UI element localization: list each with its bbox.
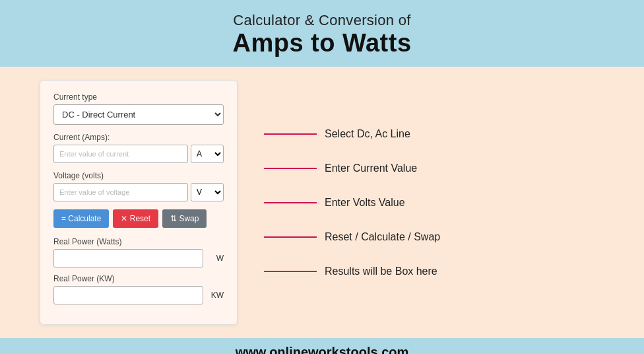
annotation-text-1: Select Dc, Ac Line [325, 128, 410, 140]
result-kw-unit: KW [207, 291, 224, 300]
annotation-text-4: Reset / Calculate / Swap [325, 231, 440, 243]
current-amps-input[interactable] [53, 145, 188, 163]
annotation-5: Results will be Box here [264, 266, 604, 277]
header-title: Amps to Watts [7, 29, 637, 57]
annotation-1: Select Dc, Ac Line [264, 128, 604, 140]
reset-button[interactable]: ✕ Reset [113, 209, 158, 228]
page-header: Calculator & Conversion of Amps to Watts [0, 0, 644, 67]
annotation-line-5 [264, 271, 317, 272]
page-footer: www.onlineworkstools.com [0, 338, 644, 354]
annotation-2: Enter Current Value [264, 162, 604, 174]
action-buttons-row: = Calculate ✕ Reset ⇅ Swap [53, 209, 224, 228]
current-type-group: Current type DC - Direct Current AC - Si… [53, 92, 224, 125]
annotations-area: Select Dc, Ac Line Enter Current Value E… [264, 110, 604, 295]
annotation-line-1 [264, 133, 317, 135]
calculate-button[interactable]: = Calculate [53, 209, 109, 228]
current-type-label: Current type [53, 92, 224, 102]
annotation-text-5: Results will be Box here [325, 266, 437, 277]
footer-url: www.onlineworkstools.com [7, 345, 637, 354]
voltage-unit-select[interactable]: V [191, 183, 224, 201]
current-amps-label: Current (Amps): [53, 133, 224, 142]
result-kw-input[interactable] [53, 286, 203, 304]
result-watts-label: Real Power (Watts) [53, 237, 224, 246]
result-watts-input[interactable] [53, 249, 203, 267]
annotation-4: Reset / Calculate / Swap [264, 231, 604, 243]
voltage-group: Voltage (volts) V [53, 171, 224, 201]
result-watts-unit: W [207, 254, 224, 263]
header-subtitle: Calculator & Conversion of [7, 12, 637, 29]
current-type-select[interactable]: DC - Direct Current AC - Single Phase AC… [53, 104, 224, 125]
annotation-line-3 [264, 202, 317, 203]
annotation-3: Enter Volts Value [264, 197, 604, 209]
main-content: Current type DC - Direct Current AC - Si… [0, 67, 644, 338]
result-kw-group: Real Power (KW) KW [53, 274, 224, 304]
calculator-card: Current type DC - Direct Current AC - Si… [40, 80, 238, 325]
annotation-line-4 [264, 236, 317, 238]
result-watts-group: Real Power (Watts) W [53, 237, 224, 267]
result-kw-label: Real Power (KW) [53, 274, 224, 283]
annotation-line-2 [264, 168, 317, 169]
voltage-label: Voltage (volts) [53, 171, 224, 180]
voltage-input[interactable] [53, 183, 188, 201]
current-amps-group: Current (Amps): A [53, 133, 224, 163]
annotation-text-2: Enter Current Value [325, 162, 417, 174]
current-unit-select[interactable]: A [191, 145, 224, 163]
annotation-text-3: Enter Volts Value [325, 197, 405, 209]
swap-button[interactable]: ⇅ Swap [162, 209, 207, 228]
